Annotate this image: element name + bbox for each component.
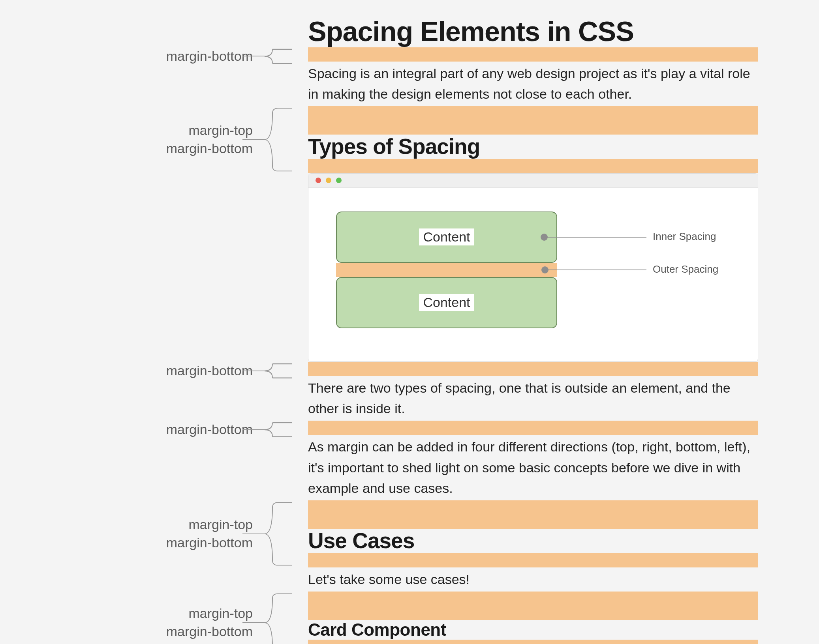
callout-line [544,237,646,238]
content-box: Content [336,212,557,263]
margin-highlight [308,500,758,529]
margin-highlight [308,553,758,567]
callout-label-outer: Outer Spacing [653,263,718,275]
callout-line [544,270,646,270]
annotation-connector [242,56,265,56]
annotation-connector [242,139,265,140]
margin-highlight [308,362,758,376]
heading-types-of-spacing: Types of Spacing [308,135,758,159]
heading-use-cases: Use Cases [308,529,758,553]
heading-card-component: Card Component [308,620,758,640]
paragraph: There are two types of spacing, one that… [308,376,758,421]
bracket-icon [265,500,292,567]
annotation-label: margin-top [166,516,253,534]
margin-highlight [308,47,758,62]
window-titlebar [308,174,758,188]
annotation-connector [242,534,265,534]
content-box-label: Content [419,228,474,245]
callout-label-inner: Inner Spacing [653,230,716,243]
margin-highlight [308,106,758,135]
bracket-icon [265,592,292,644]
margin-highlight [308,640,758,644]
annotation-label: margin-bottom [166,623,253,641]
annotation-connector [242,371,265,371]
margin-highlight [308,592,758,620]
article-title: Spacing Elements in CSS [308,16,758,47]
annotation-connector [242,429,265,430]
paragraph: Spacing is an integral part of any web d… [308,62,758,106]
window-zoom-icon [336,178,342,183]
margin-highlight [308,421,758,435]
margin-highlight [308,159,758,173]
browser-window-mock: Content Content Inner Spacing Outer Spac… [308,173,758,362]
outer-spacing-bar [336,263,557,277]
annotation-label: margin-bottom [166,140,253,158]
annotation-connector [242,622,265,623]
paragraph: Let's take some use cases! [308,567,758,592]
annotation-label: margin-bottom [166,534,253,552]
bracket-icon [265,106,292,173]
content-box: Content [336,277,557,328]
paragraph: As margin can be added in four different… [308,435,758,500]
window-minimize-icon [326,178,331,183]
annotation-label: margin-top [166,122,253,140]
content-box-label: Content [419,294,474,311]
annotation-label: margin-top [166,605,253,623]
window-close-icon [316,178,321,183]
